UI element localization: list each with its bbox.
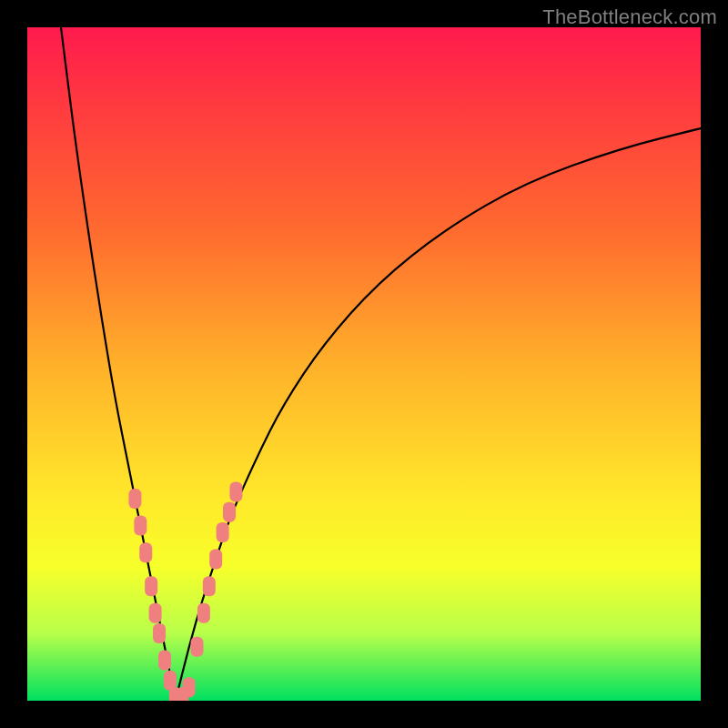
- marker-point: [149, 603, 162, 623]
- plot-area: [27, 27, 701, 701]
- marker-point: [229, 482, 242, 502]
- chart-frame: TheBottleneck.com: [0, 0, 728, 728]
- marker-point: [128, 489, 141, 509]
- marker-point: [134, 516, 147, 536]
- marker-point: [145, 576, 157, 596]
- marker-point: [183, 677, 196, 697]
- marker-point: [139, 542, 152, 562]
- marker-group: [128, 482, 242, 701]
- curve-left-branch: [61, 27, 176, 701]
- watermark-text: TheBottleneck.com: [542, 5, 717, 29]
- marker-point: [153, 623, 166, 643]
- marker-point: [158, 651, 171, 671]
- marker-point: [203, 576, 216, 596]
- marker-point: [209, 550, 222, 570]
- marker-point: [217, 522, 229, 542]
- marker-point: [197, 603, 210, 623]
- chart-svg: [27, 27, 701, 701]
- marker-point: [190, 637, 203, 657]
- marker-point: [223, 502, 236, 522]
- curve-right-branch: [176, 128, 701, 701]
